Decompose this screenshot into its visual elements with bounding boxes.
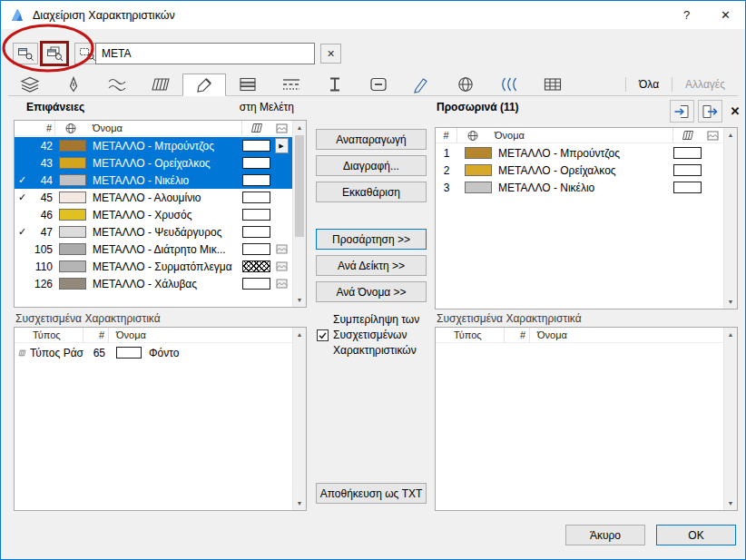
curves-icon [497, 75, 521, 93]
column-header-name: Όνομα [109, 328, 146, 342]
row-name: ΜΕΤΑΛΛΟ - Ορείχαλκος [492, 164, 673, 177]
scrollbar[interactable]: ▲ ▼ [723, 128, 737, 309]
tab-all[interactable]: Όλα [626, 74, 672, 95]
duplicate-button[interactable]: Αναπαραγωγή [316, 129, 427, 150]
tab-line-weights[interactable] [95, 74, 139, 95]
tab-line-types[interactable] [270, 74, 313, 95]
purge-button[interactable]: Εκκαθάριση [316, 182, 427, 202]
temporary-table: # Όνομα 1 ΜΕΤΑΛΛΟ - Μπρούντζος [435, 127, 738, 309]
table-row[interactable]: 3 ΜΕΤΑΛΛΟ - Νικέλιο [436, 179, 723, 196]
table-row[interactable]: Τύπος Ράσ 65 Φόντο [15, 344, 292, 361]
fill-preview [242, 243, 270, 255]
scrollbar[interactable]: ▲ ▼ [292, 121, 306, 307]
popup-arrow-button[interactable]: ▶ [275, 138, 289, 153]
ok-button[interactable]: OK [656, 525, 736, 545]
tab-composites[interactable] [226, 74, 270, 95]
column-header-name: Όνομα [488, 128, 673, 142]
row-number: 110 [30, 260, 55, 273]
surface-color-swatch [59, 209, 86, 221]
help-button[interactable]: ? [667, 1, 706, 29]
tab-operation-profiles[interactable] [487, 74, 531, 95]
layers-icon [18, 75, 42, 93]
row-number: 44 [30, 174, 55, 187]
delete-button[interactable]: Διαγραφή... [316, 155, 427, 176]
table-row[interactable]: ✓ 47 ΜΕΤΑΛΛΟ - Ψευδάργυρος [15, 223, 292, 241]
column-header-type: Τύπος [15, 328, 83, 342]
scrollbar[interactable]: ▲ ▼ [723, 328, 737, 510]
fill-hatch-icon [149, 75, 172, 93]
delete-icon: ✕ [731, 104, 741, 118]
row-name: ΜΕΤΑΛΛΟ - Ορείχαλκος [86, 157, 242, 170]
scroll-down-arrow[interactable]: ▼ [293, 496, 306, 510]
scroll-up-arrow[interactable]: ▲ [724, 128, 737, 142]
import-attributes-button[interactable] [670, 100, 694, 123]
table-row[interactable]: ✓ 44 ΜΕΤΑΛΛΟ - Νικέλιο [15, 172, 292, 189]
include-label-line2: Συσχετισμένων [333, 329, 407, 341]
table-row[interactable]: 2 ΜΕΤΑΛΛΟ - Ορείχαλκος [436, 162, 723, 179]
window-title: Διαχείριση Χαρακτηριστικών [33, 9, 175, 22]
cancel-button[interactable]: Άκυρο [565, 525, 645, 545]
export-attributes-button[interactable] [698, 100, 722, 123]
surfaces-table: # Όνομα 42 ΜΕΤΑΛΛΟ - Μπρούντζος [14, 120, 307, 308]
tab-profiles[interactable] [313, 74, 357, 95]
surface-color-swatch [59, 140, 86, 152]
clear-search-button[interactable]: ✕ [320, 44, 341, 64]
clear-icon: ✕ [327, 48, 335, 60]
column-header-type: Τύπος [436, 328, 505, 342]
table-row[interactable]: 1 ΜΕΤΑΛΛΟ - Μπρούντζος [436, 144, 723, 162]
tab-fills[interactable] [139, 74, 182, 95]
tab-all-label: Όλα [639, 78, 659, 91]
search-input[interactable] [95, 43, 315, 64]
close-button[interactable]: ✕ [706, 1, 745, 29]
row-name: ΜΕΤΑΛΛΟ - Μπρούντζος [86, 140, 242, 152]
scroll-down-arrow[interactable]: ▼ [724, 496, 737, 510]
filter-project-button[interactable] [13, 43, 38, 64]
by-name-button[interactable]: Ανά Όνομα >> [316, 281, 427, 302]
table-row[interactable]: 126 ΜΕΤΑΛΛΟ - Χάλυβας [15, 275, 292, 292]
delete-temporary-button[interactable]: ✕ [725, 101, 745, 122]
column-header-number: # [436, 128, 457, 142]
fill-preview [242, 278, 270, 290]
associated-right-header: Τύπος # Όνομα [436, 328, 723, 343]
surface-color-swatch [465, 182, 492, 193]
surface-color-swatch [465, 164, 492, 176]
surface-color-swatch [59, 157, 86, 169]
by-index-button[interactable]: Ανά Δείκτη >> [316, 255, 427, 276]
include-associated-checkbox[interactable] [317, 329, 329, 341]
tab-markup-styles[interactable] [400, 74, 444, 95]
table-row[interactable]: 46 ΜΕΤΑΛΛΟ - Χρυσός [15, 206, 292, 223]
table-row[interactable]: 105 ΜΕΤΑΛΛΟ - Διάτρητο Μικ... [15, 241, 292, 258]
tab-zone-categories[interactable] [357, 74, 400, 95]
scroll-down-arrow[interactable]: ▼ [724, 295, 737, 309]
table-row[interactable]: 43 ΜΕΤΑΛΛΟ - Ορείχαλκος [15, 154, 292, 172]
table-row[interactable]: ✓ 45 ΜΕΤΑΛΛΟ - Αλουμίνιο [15, 189, 292, 206]
tab-layers[interactable] [8, 74, 52, 95]
scroll-down-arrow[interactable]: ▼ [293, 293, 306, 307]
row-name: ΜΕΤΑΛΛΟ - Διάτρητο Μικ... [86, 243, 242, 256]
scrollbar[interactable]: ▲ ▼ [292, 328, 306, 510]
associated-left-body: Τύπος Ράσ 65 Φόντο [15, 344, 292, 361]
row-name: ΜΕΤΑΛΛΟ - Νικέλιο [492, 182, 673, 194]
row-type: Τύπος Ράσ [30, 347, 83, 359]
scroll-up-arrow[interactable]: ▲ [293, 121, 306, 134]
in-use-check: ✓ [15, 226, 30, 238]
tab-surfaces[interactable] [182, 74, 226, 96]
scroll-thumb[interactable] [295, 135, 304, 237]
tab-locations[interactable] [444, 74, 487, 95]
surface-color-swatch [465, 147, 492, 159]
tab-pens[interactable] [52, 74, 95, 95]
column-header-number: # [30, 121, 55, 135]
save-as-txt-button[interactable]: Αποθήκευση ως TXT [316, 483, 427, 504]
globe-icon [454, 75, 477, 93]
filter-windows-button[interactable] [40, 41, 69, 66]
table-row[interactable]: 110 ΜΕΤΑΛΛΟ - Συρματόπλεγμα [15, 258, 292, 275]
scroll-up-arrow[interactable]: ▲ [293, 328, 306, 341]
table-row[interactable]: 42 ΜΕΤΑΛΛΟ - Μπρούντζος ▶ [15, 137, 292, 154]
surfaces-table-header: # Όνομα [15, 121, 292, 136]
tab-building-materials[interactable] [531, 74, 574, 95]
fill-column-icon [250, 123, 263, 133]
titlebar: Διαχείριση Χαρακτηριστικών ? ✕ [1, 1, 745, 29]
scroll-up-arrow[interactable]: ▲ [724, 328, 737, 341]
append-button[interactable]: Προσάρτηση >> [316, 229, 427, 250]
row-name: ΜΕΤΑΛΛΟ - Μπρούντζος [492, 147, 673, 160]
